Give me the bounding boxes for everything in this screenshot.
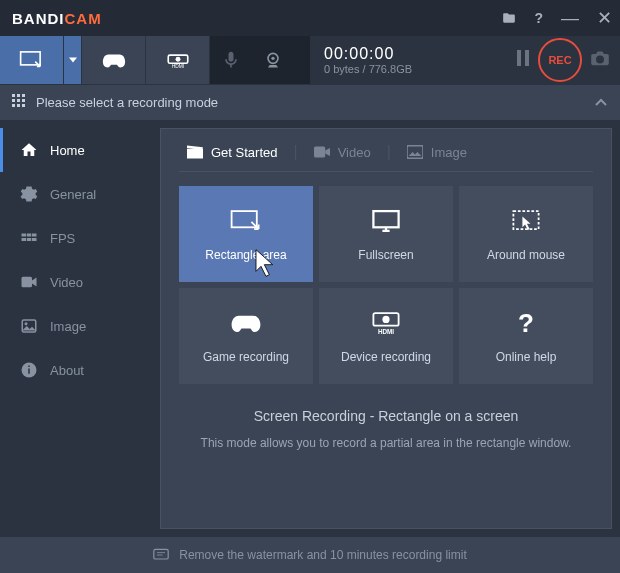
info-icon <box>20 361 38 379</box>
svg-rect-29 <box>314 146 325 157</box>
sidebar-item-fps[interactable]: FPS <box>0 216 160 260</box>
body: Home General FPS Video Image About Get S… <box>0 120 620 537</box>
clapper-icon <box>187 145 203 159</box>
svg-rect-32 <box>373 211 398 227</box>
card-label: Fullscreen <box>358 248 413 262</box>
sidebar-item-image[interactable]: Image <box>0 304 160 348</box>
app-logo: BANDICAM <box>12 10 102 27</box>
tab-label: Video <box>338 145 371 160</box>
svg-text:?: ? <box>518 308 534 338</box>
close-button[interactable]: ✕ <box>597 7 612 29</box>
svg-rect-13 <box>22 99 25 102</box>
logo-bandi: BANDI <box>12 10 65 27</box>
card-fullscreen[interactable]: Fullscreen <box>319 186 453 282</box>
svg-text:HDMI: HDMI <box>378 328 394 335</box>
svg-rect-7 <box>525 50 529 66</box>
card-around-mouse[interactable]: Around mouse <box>459 186 593 282</box>
toolbar-divider <box>294 36 310 84</box>
footer[interactable]: Remove the watermark and 10 minutes reco… <box>0 537 620 573</box>
sidebar-item-label: FPS <box>50 231 75 246</box>
card-device-recording[interactable]: HDMI Device recording <box>319 288 453 384</box>
sidebar-item-label: About <box>50 363 84 378</box>
svg-rect-27 <box>28 369 30 374</box>
pause-button[interactable] <box>516 50 530 70</box>
svg-point-35 <box>382 316 389 323</box>
svg-point-2 <box>175 57 180 62</box>
grid-icon <box>12 94 26 112</box>
card-game-recording[interactable]: Game recording <box>179 288 313 384</box>
sidebar-item-label: Video <box>50 275 83 290</box>
description-title: Screen Recording - Rectangle on a screen <box>179 408 593 424</box>
tab-separator: | <box>293 143 297 161</box>
svg-rect-30 <box>407 146 423 159</box>
svg-rect-28 <box>28 366 30 368</box>
svg-rect-6 <box>517 50 521 66</box>
svg-rect-22 <box>32 238 37 241</box>
svg-point-5 <box>271 57 274 60</box>
tab-image[interactable]: Image <box>399 145 475 160</box>
webcam-icon[interactable] <box>252 36 294 84</box>
tab-video[interactable]: Video <box>306 145 379 160</box>
chat-icon <box>153 548 169 562</box>
svg-rect-31 <box>232 211 257 227</box>
cards-grid: Rectangle area Fullscreen Around mouse G… <box>179 186 593 384</box>
subheader-text: Please select a recording mode <box>36 95 218 110</box>
svg-text:HDMI: HDMI <box>171 64 183 69</box>
hdmi-icon: HDMI <box>368 308 404 338</box>
sidebar-item-label: General <box>50 187 96 202</box>
mode-screen-rect[interactable] <box>0 36 64 84</box>
svg-rect-8 <box>12 94 15 97</box>
svg-point-25 <box>25 322 28 325</box>
card-rectangle-area[interactable]: Rectangle area <box>179 186 313 282</box>
svg-rect-17 <box>22 234 27 237</box>
sidebar: Home General FPS Video Image About <box>0 120 160 537</box>
timer-bytes: 0 bytes / 776.8GB <box>324 63 516 75</box>
minimize-button[interactable]: — <box>561 8 579 29</box>
card-online-help[interactable]: ? Online help <box>459 288 593 384</box>
svg-rect-20 <box>22 238 27 241</box>
mic-icon[interactable] <box>210 36 252 84</box>
video-icon <box>314 145 330 159</box>
home-icon <box>20 141 38 159</box>
video-icon <box>20 273 38 291</box>
sidebar-item-general[interactable]: General <box>0 172 160 216</box>
collapse-chevron-icon[interactable] <box>594 94 608 112</box>
folder-icon[interactable] <box>502 11 516 25</box>
screenshot-button[interactable] <box>590 50 610 70</box>
record-button[interactable]: REC <box>538 38 582 82</box>
timer-display: 00:00:00 0 bytes / 776.8GB <box>310 36 516 84</box>
tab-label: Get Started <box>211 145 277 160</box>
svg-rect-12 <box>17 99 20 102</box>
monitor-icon <box>368 206 404 236</box>
around-mouse-icon <box>508 206 544 236</box>
titlebar: BANDICAM ? — ✕ <box>0 0 620 36</box>
timer-time: 00:00:00 <box>324 45 516 63</box>
image-icon <box>20 317 38 335</box>
mode-game[interactable] <box>82 36 146 84</box>
card-label: Game recording <box>203 350 289 364</box>
card-label: Device recording <box>341 350 431 364</box>
toolbar: HDMI 00:00:00 0 bytes / 776.8GB REC <box>0 36 620 84</box>
question-icon: ? <box>508 308 544 338</box>
mode-device[interactable]: HDMI <box>146 36 210 84</box>
help-icon[interactable]: ? <box>534 10 543 26</box>
description: Screen Recording - Rectangle on a screen… <box>179 408 593 450</box>
tab-label: Image <box>431 145 467 160</box>
subheader: Please select a recording mode <box>0 84 620 120</box>
description-text: This mode allows you to record a partial… <box>179 436 593 450</box>
logo-cam: CAM <box>65 10 102 27</box>
sidebar-item-home[interactable]: Home <box>0 128 160 172</box>
mode-dropdown[interactable] <box>64 36 82 84</box>
svg-rect-19 <box>32 234 37 237</box>
svg-rect-9 <box>17 94 20 97</box>
footer-text: Remove the watermark and 10 minutes reco… <box>179 548 466 562</box>
sidebar-item-about[interactable]: About <box>0 348 160 392</box>
sidebar-item-label: Home <box>50 143 85 158</box>
tab-separator: | <box>387 143 391 161</box>
fps-icon <box>20 229 38 247</box>
svg-rect-11 <box>12 99 15 102</box>
tab-get-started[interactable]: Get Started <box>179 145 285 160</box>
svg-rect-14 <box>12 104 15 107</box>
image-icon <box>407 145 423 159</box>
sidebar-item-video[interactable]: Video <box>0 260 160 304</box>
